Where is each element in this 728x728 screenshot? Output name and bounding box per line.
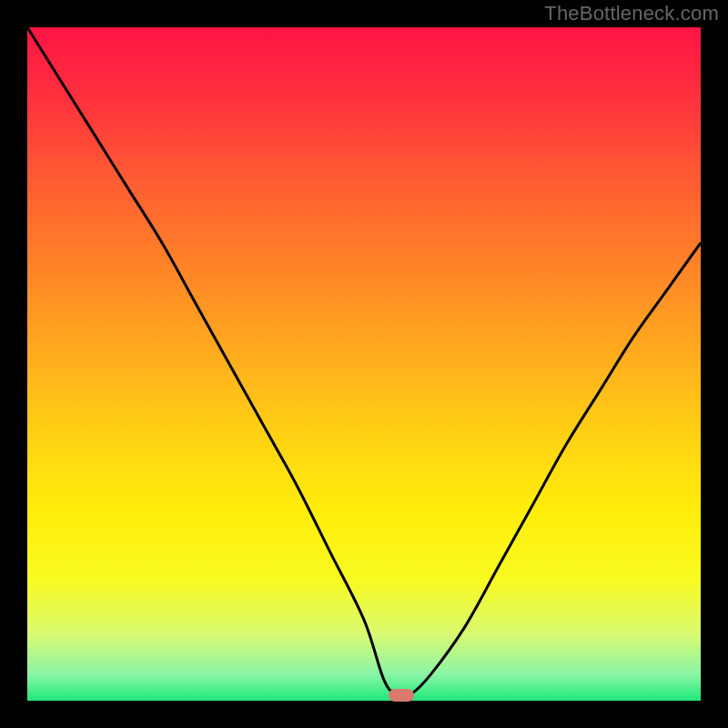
chart-frame: TheBottleneck.com	[0, 0, 728, 728]
optimal-marker	[389, 689, 414, 702]
gradient-background	[27, 27, 701, 701]
plot-area	[27, 27, 701, 701]
watermark-text: TheBottleneck.com	[544, 2, 719, 25]
chart-svg	[27, 27, 701, 701]
